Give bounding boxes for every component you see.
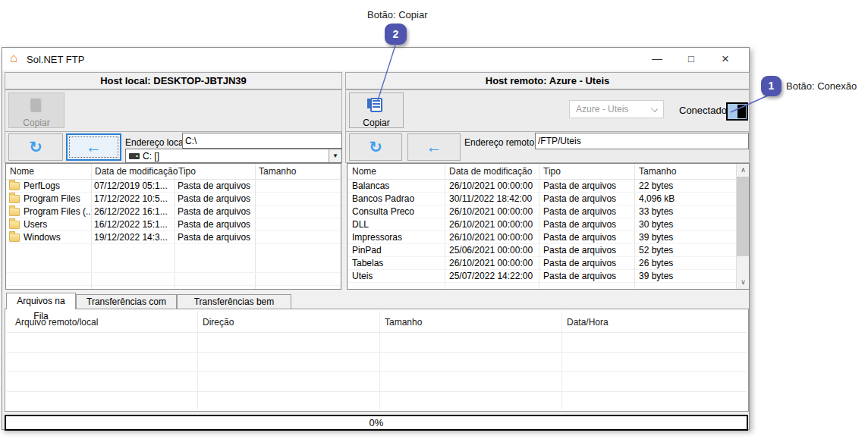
table-cell: Uteis xyxy=(349,270,446,282)
local-list-header: Nome Data de modificação Tipo Tamanho xyxy=(6,164,341,180)
folder-icon xyxy=(9,208,20,216)
table-row[interactable]: PinPad25/06/2021 00:00:00Pasta de arquiv… xyxy=(348,244,749,257)
column-divider xyxy=(379,311,380,409)
col-tamanho[interactable]: Tamanho xyxy=(259,166,296,177)
remote-refresh-button[interactable]: ↻ xyxy=(349,133,402,161)
col-tamanho[interactable]: Tamanho xyxy=(385,317,422,328)
table-cell: 26/10/2021 00:00:00 xyxy=(446,180,540,192)
table-cell: 07/12/2019 05:1... xyxy=(91,180,175,192)
connection-combo[interactable]: Azure - Uteis xyxy=(569,100,664,118)
annotation-label-conexao: Botão: Conexão xyxy=(786,80,857,92)
col-data[interactable]: Data de modificação xyxy=(449,166,532,177)
table-cell: 26/10/2021 00:00:00 xyxy=(446,218,540,230)
table-cell: Pasta de arquivos xyxy=(175,205,255,218)
remote-address-input[interactable] xyxy=(535,133,749,149)
folder-icon xyxy=(9,221,20,229)
local-back-button[interactable]: ← xyxy=(66,133,121,161)
col-nome[interactable]: Nome xyxy=(10,166,34,177)
table-cell: 25/06/2021 00:00:00 xyxy=(446,244,540,256)
table-cell: Windows xyxy=(6,231,91,243)
table-cell xyxy=(255,193,341,205)
table-row[interactable]: Impressoras26/10/2021 00:00:00Pasta de a… xyxy=(348,231,749,244)
local-refresh-button[interactable]: ↻ xyxy=(8,133,63,161)
empty-rows xyxy=(6,260,341,289)
remote-copy-button[interactable]: Copiar xyxy=(349,93,404,128)
local-panel-header: Host local: DESKTOP-JBTJN39 xyxy=(5,72,342,89)
col-tipo[interactable]: Tipo xyxy=(543,166,561,177)
drive-icon xyxy=(129,153,140,159)
remote-copy-label: Copiar xyxy=(350,118,403,128)
table-row[interactable]: Balancas26/10/2021 00:00:00Pasta de arqu… xyxy=(348,180,749,193)
table-cell: 17/12/2022 10:5... xyxy=(91,193,175,205)
table-cell: Balancas xyxy=(349,180,446,192)
connection-toggle[interactable] xyxy=(726,102,748,121)
col-direcao[interactable]: Direção xyxy=(203,317,234,328)
annotation-badge-1: 1 xyxy=(761,76,782,96)
table-cell xyxy=(255,180,341,192)
local-copy-label: Copiar xyxy=(9,118,64,128)
local-address-input[interactable] xyxy=(182,133,342,149)
maximize-button[interactable]: □ xyxy=(678,48,705,70)
table-cell: Consulta Preco xyxy=(349,205,446,218)
table-row[interactable]: DLL26/10/2021 00:00:00Pasta de arquivos3… xyxy=(348,218,749,231)
scrollbar-thumb[interactable] xyxy=(737,177,750,256)
page: Botão: Copiar 2 1 Botão: Conexão ⌂ Sol.N… xyxy=(0,0,868,439)
table-cell: PinPad xyxy=(349,244,446,256)
table-cell: Bancos Padrao xyxy=(349,193,446,205)
table-cell: Tabelas xyxy=(349,257,446,269)
table-row[interactable]: Uteis25/07/2022 14:22:00Pasta de arquivo… xyxy=(348,270,749,283)
col-tamanho[interactable]: Tamanho xyxy=(639,166,676,177)
close-button[interactable]: × xyxy=(712,48,739,70)
scroll-up-icon[interactable]: ∧ xyxy=(737,164,750,177)
table-cell: Pasta de arquivos xyxy=(540,244,636,256)
toggle-knob xyxy=(737,105,746,118)
remote-back-button[interactable]: ← xyxy=(407,133,461,161)
column-divider[interactable] xyxy=(539,164,539,289)
table-cell: Pasta de arquivos xyxy=(540,270,636,282)
table-row[interactable]: PerfLogs07/12/2019 05:1...Pasta de arqui… xyxy=(6,180,341,193)
local-toolbar: Copiar xyxy=(5,89,342,132)
table-cell: Pasta de arquivos xyxy=(175,231,255,243)
table-cell: 33 bytes xyxy=(636,205,749,218)
local-drive-combo[interactable]: C: [] ▼ xyxy=(125,149,342,163)
col-datahora[interactable]: Data/Hora xyxy=(567,317,609,328)
table-cell: 39 bytes xyxy=(636,231,749,243)
table-cell xyxy=(255,218,341,230)
copy-document-icon xyxy=(370,98,382,112)
table-row[interactable]: Consulta Preco26/10/2021 00:00:00Pasta d… xyxy=(348,205,749,218)
remote-address-bar: ↻ ← Endereço remoto: xyxy=(345,131,750,163)
table-cell: Pasta de arquivos xyxy=(540,231,636,243)
column-divider[interactable] xyxy=(634,164,635,289)
app-logo-icon: ⌂ xyxy=(10,51,17,66)
table-cell: 26/10/2021 00:00:00 xyxy=(446,205,540,218)
tab-arquivos-na-fila[interactable]: Arquivos na Fila xyxy=(6,293,76,309)
table-cell xyxy=(255,231,341,243)
table-cell: 4,096 kB xyxy=(636,193,749,205)
col-arquivo[interactable]: Arquivo remoto/local xyxy=(15,317,98,328)
table-cell: 30 bytes xyxy=(636,218,749,230)
col-data[interactable]: Data de modificação xyxy=(95,166,178,177)
local-copy-button[interactable]: Copiar xyxy=(8,93,64,128)
table-cell: Pasta de arquivos xyxy=(540,257,636,269)
table-cell: 26/10/2021 00:00:00 xyxy=(446,231,540,243)
col-nome[interactable]: Nome xyxy=(352,166,376,177)
table-row[interactable]: Bancos Padrao30/11/2022 18:42:00Pasta de… xyxy=(348,193,749,205)
combo-dropdown-icon[interactable]: ▼ xyxy=(329,149,341,162)
column-divider[interactable] xyxy=(445,164,445,289)
table-row[interactable]: Program Files17/12/2022 10:5...Pasta de … xyxy=(6,193,341,205)
table-cell: Pasta de arquivos xyxy=(540,218,636,230)
titlebar: ⌂ Sol.NET FTP — □ × xyxy=(2,48,749,71)
local-rows: PerfLogs07/12/2019 05:1...Pasta de arqui… xyxy=(6,180,341,244)
table-row[interactable]: Users16/12/2022 15:1...Pasta de arquivos xyxy=(6,218,341,231)
table-row[interactable]: Windows19/12/2022 14:3...Pasta de arquiv… xyxy=(6,231,341,244)
table-cell: PerfLogs xyxy=(6,180,91,192)
local-drive-combo-value: C: [] xyxy=(143,151,159,161)
col-tipo[interactable]: Tipo xyxy=(178,166,196,177)
scroll-down-icon[interactable]: ∨ xyxy=(737,276,750,289)
vertical-scrollbar[interactable]: ∧ ∨ xyxy=(736,164,749,289)
table-row[interactable]: Tabelas26/10/2021 00:00:00Pasta de arqui… xyxy=(348,257,749,270)
table-row[interactable]: Program Files (...26/12/2022 16:1...Past… xyxy=(6,205,341,218)
minimize-button[interactable]: — xyxy=(643,48,671,70)
remote-list-header: Nome Data de modificação Tipo Tamanho xyxy=(348,164,749,180)
row-line xyxy=(7,372,747,372)
